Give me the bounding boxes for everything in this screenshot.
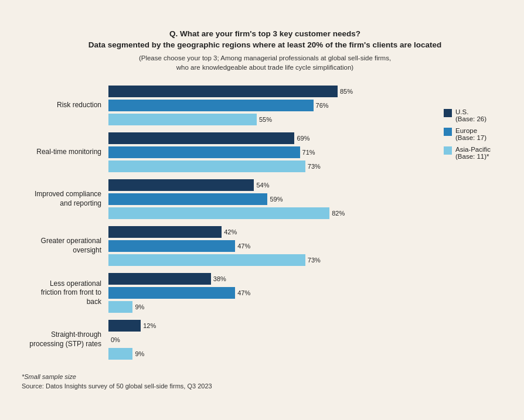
footnote: *Small sample size Source: Datos Insight… bbox=[22, 372, 508, 391]
bars-group: 12%0%9% bbox=[108, 319, 433, 360]
bar-value-label: 38% bbox=[213, 275, 226, 282]
legend-label-asiapacific: Asia-Pacific(Base: 11)* bbox=[455, 146, 491, 160]
bar-us bbox=[108, 179, 254, 191]
bar-value-label: 47% bbox=[237, 243, 250, 250]
bar-row: 47% bbox=[108, 240, 433, 252]
legend-label-europe: Europe(Base: 17) bbox=[455, 127, 486, 141]
bar-row: 9% bbox=[108, 301, 433, 313]
bar-value-label: 69% bbox=[297, 135, 309, 142]
category-row: Real-time monitoring69%71%73% bbox=[22, 132, 433, 173]
category-row: Improved complianceand reporting54%59%82… bbox=[22, 179, 433, 220]
bar-value-label: 12% bbox=[143, 322, 156, 329]
bar-value-label: 9% bbox=[135, 350, 144, 357]
bar-row: 55% bbox=[108, 113, 433, 126]
bar-value-label: 42% bbox=[224, 228, 237, 235]
legend-color-asiapacific bbox=[444, 146, 452, 155]
category-label: Less operationalfriction from front toba… bbox=[22, 279, 108, 307]
chart-container: Q. What are your firm's top 3 key custom… bbox=[10, 17, 514, 403]
bar-asiapacific bbox=[108, 114, 257, 125]
bars-group: 69%71%73% bbox=[108, 132, 433, 173]
bar-row: 71% bbox=[108, 146, 433, 159]
bar-us bbox=[108, 273, 211, 285]
bar-asiapacific bbox=[108, 254, 305, 266]
category-row: Straight-throughprocessing (STP) rates12… bbox=[22, 319, 433, 360]
bar-value-label: 0% bbox=[111, 336, 120, 343]
bar-europe bbox=[108, 193, 267, 205]
bar-row: 12% bbox=[108, 319, 433, 332]
bar-europe bbox=[108, 100, 314, 111]
bar-value-label: 47% bbox=[237, 289, 250, 296]
category-row: Risk reduction85%76%55% bbox=[22, 85, 433, 126]
bar-value-label: 55% bbox=[259, 116, 272, 123]
category-row: Less operationalfriction from front toba… bbox=[22, 272, 433, 313]
category-label: Greater operationaloversight bbox=[22, 237, 108, 255]
bar-row: 73% bbox=[108, 254, 433, 267]
bar-row: 38% bbox=[108, 272, 433, 285]
bar-value-label: 76% bbox=[316, 102, 329, 109]
bar-value-label: 9% bbox=[135, 303, 144, 310]
category-label: Real-time monitoring bbox=[22, 148, 108, 157]
chart-title: Q. What are your firm's top 3 key custom… bbox=[22, 29, 508, 51]
bars-group: 42%47%73% bbox=[108, 226, 433, 267]
legend-item-europe: Europe(Base: 17) bbox=[444, 127, 508, 141]
bar-asiapacific bbox=[108, 161, 305, 172]
category-row: Greater operationaloversight42%47%73% bbox=[22, 226, 433, 267]
bar-value-label: 59% bbox=[270, 196, 283, 203]
bar-value-label: 73% bbox=[308, 163, 321, 170]
category-label: Improved complianceand reporting bbox=[22, 190, 108, 208]
bar-us bbox=[108, 320, 141, 332]
bar-asiapacific bbox=[108, 348, 132, 360]
legend: U.S.(Base: 26) Europe(Base: 17) Asia-Pac… bbox=[444, 108, 508, 160]
bar-row: 47% bbox=[108, 286, 433, 299]
bar-row: 54% bbox=[108, 179, 433, 192]
bar-asiapacific bbox=[108, 207, 329, 219]
bars-group: 38%47%9% bbox=[108, 272, 433, 313]
bar-europe bbox=[108, 287, 235, 299]
bar-row: 9% bbox=[108, 347, 433, 360]
bar-value-label: 73% bbox=[308, 257, 321, 264]
bar-row: 42% bbox=[108, 226, 433, 238]
legend-color-europe bbox=[444, 128, 452, 136]
legend-item-us: U.S.(Base: 26) bbox=[444, 108, 508, 122]
bar-row: 59% bbox=[108, 193, 433, 206]
bar-europe bbox=[108, 146, 300, 158]
category-label: Risk reduction bbox=[22, 101, 108, 110]
bars-area: Risk reduction85%76%55%Real-time monitor… bbox=[22, 85, 433, 366]
bar-row: 85% bbox=[108, 85, 433, 98]
bar-us bbox=[108, 86, 338, 97]
bar-value-label: 82% bbox=[332, 210, 345, 217]
bar-value-label: 85% bbox=[340, 88, 353, 95]
bars-group: 54%59%82% bbox=[108, 179, 433, 220]
bar-row: 69% bbox=[108, 132, 433, 145]
chart-subtitle: (Please choose your top 3; Among manager… bbox=[22, 53, 508, 72]
bar-row: 73% bbox=[108, 160, 433, 173]
bar-row: 0% bbox=[108, 333, 433, 346]
legend-item-asiapacific: Asia-Pacific(Base: 11)* bbox=[444, 146, 508, 160]
bar-us bbox=[108, 132, 294, 144]
legend-label-us: U.S.(Base: 26) bbox=[455, 108, 486, 122]
bar-us bbox=[108, 226, 222, 238]
legend-color-us bbox=[444, 109, 452, 117]
chart-body: Risk reduction85%76%55%Real-time monitor… bbox=[22, 85, 508, 366]
bar-asiapacific bbox=[108, 301, 132, 313]
bar-row: 82% bbox=[108, 207, 433, 220]
category-label: Straight-throughprocessing (STP) rates bbox=[22, 330, 108, 349]
bar-value-label: 71% bbox=[302, 149, 315, 156]
bar-row: 76% bbox=[108, 99, 433, 112]
bars-group: 85%76%55% bbox=[108, 85, 433, 126]
bar-europe bbox=[108, 240, 235, 252]
bar-value-label: 54% bbox=[256, 182, 269, 189]
